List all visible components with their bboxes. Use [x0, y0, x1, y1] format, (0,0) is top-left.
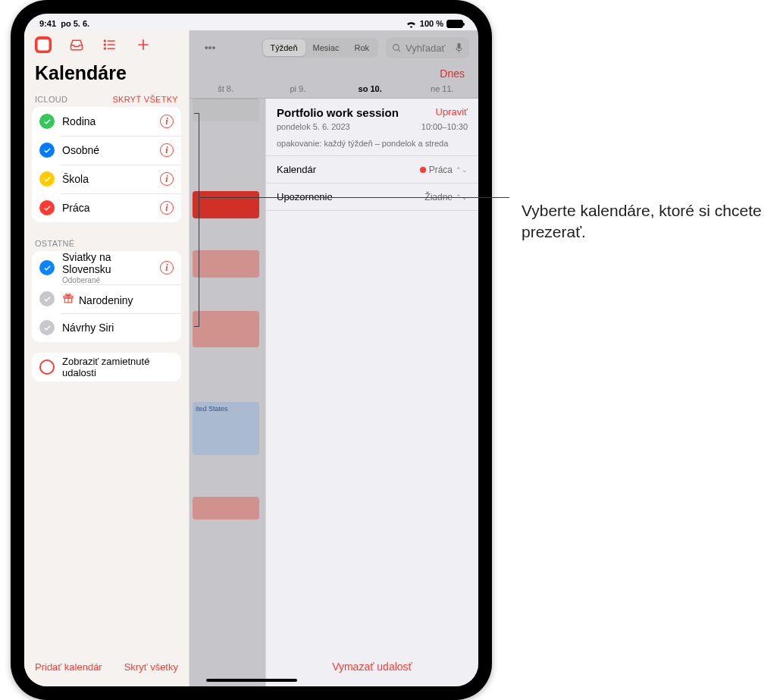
inbox-icon[interactable]	[68, 36, 85, 53]
calendar-row[interactable]: Kalendár Práca⌃⌄	[266, 155, 478, 183]
row-label: Zobraziť zamietnuté udalosti	[62, 356, 174, 378]
calendar-row[interactable]: Rodinai	[32, 107, 181, 136]
event-time: 10:00–10:30	[421, 122, 468, 131]
day-col: ne 11.	[406, 84, 478, 93]
calendars-sidebar: Kalendáre ICLOUD SKRYŤ VŠETKY RodinaiOso…	[24, 30, 190, 686]
info-icon[interactable]: i	[160, 201, 174, 215]
event-date: pondelok 5. 6. 2023	[277, 122, 350, 131]
calendar-row[interactable]: Narodeniny	[32, 284, 181, 313]
svg-point-13	[393, 44, 399, 50]
more-icon[interactable]: •••	[199, 46, 221, 50]
weekday-header: št 8. pi 9. so 10. ne 11.	[190, 84, 478, 99]
svg-point-7	[105, 48, 106, 49]
checkbox-empty-icon[interactable]	[39, 359, 55, 375]
mic-icon[interactable]	[455, 42, 463, 53]
timeline-event[interactable]: ited States	[193, 402, 259, 455]
svg-point-6	[105, 44, 106, 46]
segment-week[interactable]: Týždeň	[263, 39, 305, 56]
info-icon[interactable]: i	[160, 261, 174, 275]
callout-line	[200, 197, 509, 198]
gift-icon	[62, 292, 74, 304]
show-declined-row[interactable]: Zobraziť zamietnuté udalosti	[32, 353, 181, 381]
segment-month[interactable]: Mesiac	[305, 39, 347, 56]
screen: 9:41 po 5. 6. 100 %	[24, 14, 478, 686]
battery-icon	[446, 20, 463, 28]
segment-year[interactable]: Rok	[346, 39, 377, 56]
checkbox-icon[interactable]	[39, 114, 55, 129]
calendar-name: Návrhy Siri	[62, 322, 174, 334]
calendar-row[interactable]: Sviatky na SlovenskuOdoberanéi	[32, 251, 181, 284]
calendar-name: Škola	[62, 173, 160, 185]
checkbox-icon[interactable]	[39, 260, 55, 275]
add-icon[interactable]	[135, 36, 152, 53]
calendar-name: Sviatky na Slovensku	[62, 251, 160, 275]
svg-rect-1	[38, 39, 49, 42]
svg-point-5	[105, 40, 106, 42]
color-dot-icon	[420, 167, 426, 173]
section-icloud: ICLOUD SKRYŤ VŠETKY RodinaiOsobnéiŠkolai…	[24, 89, 189, 233]
event-repeat: opakovanie: každý týždeň – pondelok a st…	[266, 139, 478, 155]
hide-all-button[interactable]: Skryť všetky	[124, 661, 178, 673]
info-icon[interactable]: i	[160, 115, 174, 128]
checkbox-icon[interactable]	[39, 320, 55, 335]
day-col: so 10.	[334, 84, 406, 93]
edit-button[interactable]: Upraviť	[436, 106, 468, 118]
calendar-row[interactable]: Prácai	[32, 193, 181, 222]
calendar-name: Rodina	[62, 115, 160, 127]
search-field[interactable]: Vyhľadať	[386, 37, 469, 58]
event-title: Portfolio work session	[277, 106, 399, 119]
day-col: pi 9.	[262, 84, 334, 93]
calendar-row[interactable]: Školai	[32, 165, 181, 193]
event-detail-panel: Portfolio work session Upraviť pondelok …	[265, 99, 478, 686]
add-calendar-button[interactable]: Pridať kalendár	[35, 661, 102, 673]
section-label: OSTATNÉ	[35, 239, 74, 248]
section-label: ICLOUD	[35, 95, 67, 104]
main-panel: ••• Týždeň Mesiac Rok Vyhľadať Dnes št 8…	[190, 30, 478, 686]
wifi-icon	[406, 20, 417, 28]
home-indicator[interactable]	[206, 679, 297, 682]
today-button[interactable]: Dnes	[190, 64, 478, 84]
delete-event-button[interactable]: Vymazať udalosť	[266, 648, 478, 686]
hide-all-link[interactable]: SKRYŤ VŠETKY	[112, 95, 178, 104]
day-col: št 8.	[190, 84, 262, 93]
chevron-updown-icon: ⌃⌄	[456, 166, 468, 174]
calendar-row[interactable]: Návrhy Siri	[32, 313, 181, 342]
timeline[interactable]: ited States	[190, 99, 265, 686]
info-icon[interactable]: i	[160, 172, 174, 186]
annotation-text: Vyberte kalendáre, ktoré si chcete preze…	[522, 200, 780, 243]
search-icon	[392, 43, 402, 53]
sidebar-title: Kalendáre	[24, 58, 189, 89]
calendar-name: Osobné	[62, 144, 160, 156]
checkbox-icon[interactable]	[39, 291, 55, 306]
calendar-row[interactable]: Osobnéi	[32, 136, 181, 165]
sidebar-toolbar	[24, 30, 189, 58]
view-segment[interactable]: Týždeň Mesiac Rok	[262, 38, 378, 58]
list-icon[interactable]	[102, 36, 118, 53]
checkbox-icon[interactable]	[39, 171, 55, 187]
battery-percent: 100 %	[420, 19, 443, 28]
checkbox-icon[interactable]	[39, 200, 55, 215]
svg-line-14	[398, 49, 400, 52]
calendar-name: Práca	[62, 202, 160, 214]
ipad-frame: 9:41 po 5. 6. 100 %	[11, 0, 492, 700]
status-time: 9:41 po 5. 6.	[39, 19, 89, 28]
search-placeholder: Vyhľadať	[406, 42, 445, 54]
info-icon[interactable]: i	[160, 143, 174, 157]
svg-rect-15	[457, 43, 460, 49]
row-label: Kalendár	[277, 164, 316, 175]
calendar-sub: Odoberané	[62, 276, 160, 284]
checkbox-icon[interactable]	[39, 143, 55, 158]
status-bar: 9:41 po 5. 6. 100 %	[24, 14, 478, 30]
calendar-name: Narodeniny	[62, 292, 174, 306]
section-other: OSTATNÉ Sviatky na SlovenskuOdoberanéiNa…	[24, 233, 189, 353]
calendar-view-icon[interactable]	[35, 36, 52, 53]
